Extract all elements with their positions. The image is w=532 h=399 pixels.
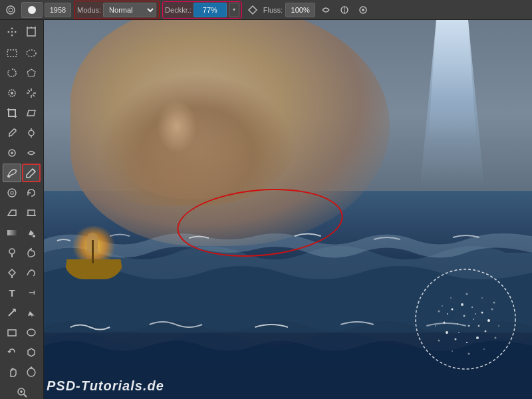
vertical-text-tool[interactable]: T bbox=[22, 283, 41, 302]
tool-group-pen bbox=[0, 263, 43, 282]
airbrush-icon[interactable] bbox=[318, 2, 334, 18]
watermark-text: PSD-Tutorials.de bbox=[47, 378, 164, 394]
path-select-tool[interactable] bbox=[3, 303, 21, 322]
svg-line-20 bbox=[33, 94, 35, 96]
brush-preview[interactable] bbox=[21, 2, 43, 18]
flow-label: Fluss: bbox=[263, 6, 283, 14]
tool-group-navigation bbox=[0, 363, 43, 382]
polygonal-lasso-tool[interactable] bbox=[22, 64, 41, 82]
lasso-tool[interactable] bbox=[3, 64, 21, 82]
mode-select[interactable]: Normal bbox=[103, 3, 156, 17]
brush-size-input[interactable]: 1958 bbox=[45, 3, 71, 17]
pressure-flow-icon[interactable] bbox=[355, 2, 371, 18]
brush-settings-icon[interactable] bbox=[3, 2, 19, 18]
burn-tool[interactable] bbox=[22, 243, 41, 262]
tool-group-gradient bbox=[0, 223, 43, 242]
svg-point-34 bbox=[27, 329, 35, 336]
gradient-tool[interactable] bbox=[3, 223, 21, 242]
svg-rect-11 bbox=[7, 50, 17, 57]
svg-rect-33 bbox=[8, 330, 16, 336]
svg-point-25 bbox=[7, 175, 10, 178]
tool-group-marquee bbox=[0, 44, 43, 63]
magic-wand-tool[interactable] bbox=[22, 84, 41, 102]
tool-group-crop bbox=[0, 104, 43, 122]
eraser-tool[interactable] bbox=[3, 203, 21, 222]
svg-point-14 bbox=[11, 92, 13, 94]
tool-group-stamp bbox=[0, 184, 43, 202]
history-brush-tool[interactable] bbox=[22, 184, 41, 202]
move-tool[interactable] bbox=[3, 23, 21, 41]
pen-tool[interactable] bbox=[3, 263, 21, 282]
magic-eraser-tool[interactable] bbox=[22, 203, 41, 222]
opacity-dropdown-arrow[interactable]: ▾ bbox=[229, 3, 239, 17]
3d-pan-tool[interactable] bbox=[22, 343, 41, 362]
rectangle-shape-tool[interactable] bbox=[3, 323, 21, 342]
opacity-input[interactable]: 77% bbox=[194, 3, 227, 17]
tool-group-lasso bbox=[0, 64, 43, 82]
pressure-opacity-icon[interactable] bbox=[336, 2, 352, 18]
tool-group-path-select bbox=[0, 303, 43, 322]
tool-group-eraser bbox=[0, 203, 43, 222]
tool-group-eyedropper bbox=[0, 124, 43, 142]
svg-rect-6 bbox=[11, 31, 13, 33]
tool-group-3d bbox=[0, 343, 43, 362]
canvas-area[interactable]: PSD-Tutorials.de bbox=[44, 20, 532, 399]
flow-toggle-icon[interactable] bbox=[245, 2, 261, 18]
svg-line-26 bbox=[33, 169, 35, 172]
rect-marquee-tool[interactable] bbox=[3, 44, 21, 63]
pencil-tool[interactable] bbox=[22, 164, 41, 182]
svg-point-12 bbox=[27, 50, 36, 57]
mode-label: Modus: bbox=[77, 6, 101, 14]
left-toolbar: T T bbox=[0, 20, 44, 399]
zoom-tool[interactable] bbox=[13, 383, 31, 399]
perspective-crop-tool[interactable] bbox=[22, 104, 41, 122]
tool-group-select bbox=[0, 84, 43, 102]
clone-stamp-tool[interactable] bbox=[3, 184, 21, 202]
boat-mast bbox=[92, 240, 94, 263]
dodge-tool[interactable] bbox=[3, 243, 21, 262]
horizontal-text-tool[interactable]: T bbox=[3, 283, 21, 302]
svg-point-31 bbox=[9, 249, 15, 254]
quick-select-tool[interactable] bbox=[3, 84, 21, 102]
brush-circle-icon bbox=[28, 6, 36, 14]
svg-line-19 bbox=[28, 90, 30, 92]
brush-tool[interactable] bbox=[3, 164, 21, 182]
svg-point-21 bbox=[29, 130, 34, 136]
ellipse-marquee-tool[interactable] bbox=[22, 44, 41, 63]
spot-healing-tool[interactable] bbox=[3, 144, 21, 162]
eyedropper-tool[interactable] bbox=[3, 124, 21, 142]
svg-point-0 bbox=[7, 6, 15, 14]
svg-point-1 bbox=[9, 8, 13, 12]
3d-rotate-tool[interactable] bbox=[3, 343, 21, 362]
boat-container bbox=[57, 226, 137, 279]
main-area: T T bbox=[0, 20, 532, 399]
ellipse-shape-tool[interactable] bbox=[22, 323, 41, 342]
flow-input[interactable]: 100% bbox=[285, 3, 315, 17]
svg-point-5 bbox=[362, 9, 364, 11]
tool-group-text: T T bbox=[0, 283, 43, 302]
opacity-container: Deckkr.: 77% ▾ bbox=[162, 1, 242, 19]
direct-select-tool[interactable] bbox=[22, 303, 41, 322]
freeform-pen-tool[interactable] bbox=[22, 263, 41, 282]
svg-rect-28 bbox=[28, 210, 35, 215]
nose-area bbox=[157, 100, 197, 153]
artboard-tool[interactable] bbox=[22, 23, 41, 41]
patch-tool[interactable] bbox=[22, 144, 41, 162]
top-toolbar: 1958 Modus: Normal Deckkr.: 77% ▾ Fluss:… bbox=[0, 0, 532, 20]
crop-tool[interactable] bbox=[3, 104, 21, 122]
brush-size-container: 1958 bbox=[21, 2, 71, 18]
tool-group-shapes bbox=[0, 323, 43, 342]
svg-rect-7 bbox=[27, 28, 35, 36]
tool-group-brush bbox=[0, 164, 43, 182]
mode-container: Modus: Normal bbox=[74, 1, 160, 19]
color-sampler-tool[interactable] bbox=[22, 124, 41, 142]
paint-bucket-tool[interactable] bbox=[22, 223, 41, 242]
rotate-view-tool[interactable] bbox=[22, 363, 41, 382]
opacity-label: Deckkr.: bbox=[165, 6, 192, 14]
svg-line-36 bbox=[23, 394, 27, 398]
svg-rect-30 bbox=[7, 230, 17, 235]
tool-group-zoom bbox=[0, 383, 43, 399]
tool-group-healing bbox=[0, 144, 43, 162]
hand-tool[interactable] bbox=[3, 363, 21, 382]
boat-hull bbox=[64, 259, 124, 279]
